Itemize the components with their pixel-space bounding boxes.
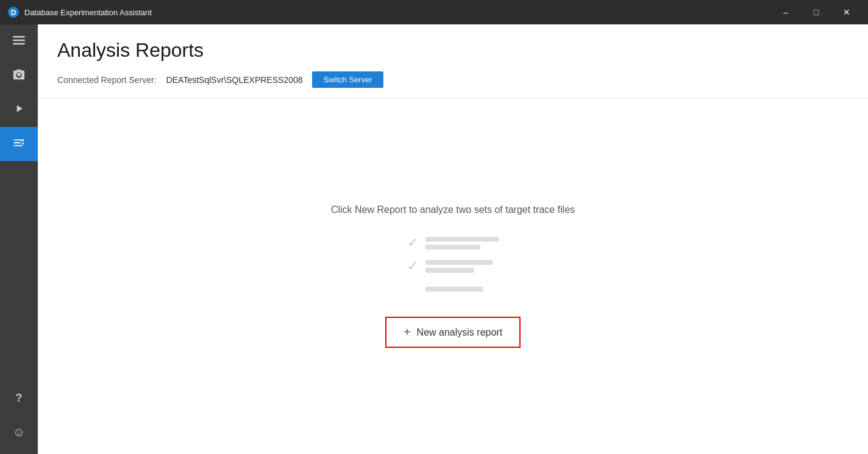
new-report-label: New analysis report [417, 327, 503, 338]
switch-server-button[interactable]: Switch Server [312, 71, 383, 88]
sidebar-top [0, 24, 38, 161]
illus-line [425, 268, 474, 273]
title-bar-controls: – □ ✕ [772, 3, 861, 21]
new-analysis-report-button[interactable]: + New analysis report [385, 317, 521, 348]
server-bar: Connected Report Server: DEATestSqlSvr\S… [57, 71, 848, 88]
illus-row-3: ✓ [407, 281, 483, 297]
sidebar-item-replay[interactable] [0, 93, 38, 127]
menu-icon [13, 34, 25, 49]
svg-rect-3 [13, 39, 25, 41]
main-content: Analysis Reports Connected Report Server… [38, 24, 868, 454]
illus-line [425, 245, 480, 250]
illus-lines-3 [425, 287, 483, 292]
check-icon-3: ✓ [407, 281, 418, 297]
close-button[interactable]: ✕ [833, 3, 861, 21]
page-title: Analysis Reports [57, 39, 848, 62]
feedback-icon: ☺ [13, 425, 25, 439]
illus-line [425, 237, 499, 242]
illus-lines-2 [425, 260, 493, 273]
title-bar-left: D Database Experimentation Assistant [7, 6, 152, 18]
app-icon: D [7, 6, 20, 18]
sidebar-item-menu[interactable] [0, 24, 38, 59]
minimize-button[interactable]: – [772, 3, 800, 21]
illus-line [425, 287, 483, 292]
illus-line [425, 260, 493, 265]
illus-row-2: ✓ [407, 258, 493, 274]
help-icon: ? [16, 392, 23, 405]
sidebar-item-analysis[interactable] [0, 127, 38, 161]
check-icon-1: ✓ [407, 235, 418, 251]
sidebar: ? ☺ [0, 24, 38, 454]
app-body: ? ☺ Analysis Reports Connected Report Se… [0, 24, 868, 454]
sidebar-item-help[interactable]: ? [0, 381, 38, 415]
svg-rect-2 [13, 36, 25, 38]
analysis-icon [12, 136, 26, 153]
sidebar-item-capture[interactable] [0, 59, 38, 93]
app-title: Database Experimentation Assistant [24, 8, 152, 17]
check-icon-2: ✓ [407, 258, 418, 274]
illus-row-1: ✓ [407, 235, 499, 251]
plus-icon: + [404, 325, 411, 339]
play-icon [13, 103, 25, 118]
sidebar-bottom: ? ☺ [0, 381, 38, 454]
hint-text: Click New Report to analyze two sets of … [331, 204, 575, 215]
center-area: Click New Report to analyze two sets of … [38, 98, 868, 454]
server-value: DEATestSqlSvr\SQLEXPRESS2008 [166, 75, 303, 85]
svg-rect-4 [13, 43, 25, 45]
maximize-button[interactable]: □ [802, 3, 830, 21]
page-header: Analysis Reports Connected Report Server… [38, 24, 868, 98]
title-bar: D Database Experimentation Assistant – □… [0, 0, 868, 24]
camera-icon [12, 68, 26, 84]
illustration: ✓ ✓ ✓ [407, 235, 499, 297]
server-label: Connected Report Server: [57, 75, 157, 85]
sidebar-item-feedback[interactable]: ☺ [0, 415, 38, 449]
illus-lines-1 [425, 237, 499, 250]
svg-text:D: D [11, 9, 16, 17]
